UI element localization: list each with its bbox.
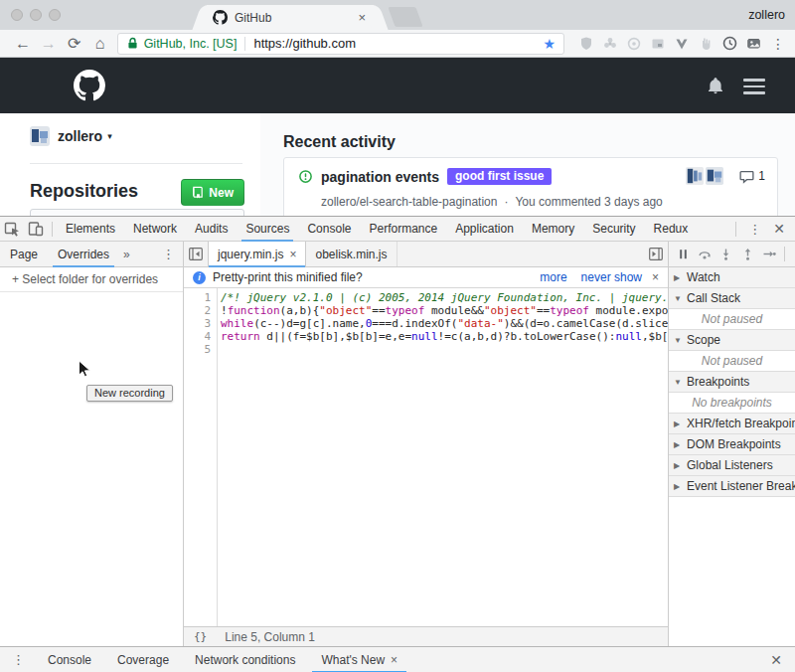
tab-overrides[interactable]: Overrides bbox=[48, 242, 119, 266]
tab-audits[interactable]: Audits bbox=[186, 217, 237, 241]
drawer-tab-network-conditions[interactable]: Network conditions bbox=[182, 647, 308, 672]
section-call-stack[interactable]: ▼Call Stack bbox=[669, 288, 795, 309]
issue-title-link[interactable]: pagination events bbox=[321, 169, 439, 185]
new-repository-button[interactable]: New bbox=[181, 179, 244, 206]
toggle-navigator-icon[interactable] bbox=[184, 242, 208, 266]
navigator-menu-icon[interactable]: ⋮ bbox=[154, 247, 183, 261]
drawer-tab-whats-new[interactable]: What's New × bbox=[308, 647, 410, 672]
repo-search-input[interactable] bbox=[30, 209, 244, 216]
pretty-print-braces-button[interactable]: {} bbox=[194, 630, 207, 643]
tab-console[interactable]: Console bbox=[298, 217, 360, 241]
browser-tab-github[interactable]: GitHub × bbox=[207, 5, 374, 30]
issue-label-badge[interactable]: good first issue bbox=[447, 168, 552, 185]
drawer-menu-icon[interactable]: ⋮ bbox=[0, 652, 35, 667]
tab-memory[interactable]: Memory bbox=[523, 217, 583, 241]
extension-flower-icon[interactable] bbox=[602, 36, 618, 52]
extension-image-icon[interactable] bbox=[745, 36, 761, 52]
infobar-never-show-link[interactable]: never show bbox=[581, 270, 642, 284]
forward-icon: → bbox=[36, 35, 62, 53]
infobar-more-link[interactable]: more bbox=[540, 270, 566, 284]
participant-avatars[interactable] bbox=[686, 167, 723, 185]
toggle-debugger-sidebar-icon[interactable] bbox=[644, 242, 668, 266]
tab-elements[interactable]: Elements bbox=[57, 217, 124, 241]
section-label: Breakpoints bbox=[687, 375, 749, 389]
drawer-close-icon[interactable]: ✕ bbox=[770, 652, 795, 668]
extension-screenshot-icon[interactable] bbox=[650, 36, 666, 52]
url-text[interactable]: https://github.com bbox=[253, 36, 537, 51]
extension-camera-icon[interactable] bbox=[626, 36, 642, 52]
back-icon[interactable]: ← bbox=[10, 35, 36, 53]
ev-certificate-label[interactable]: GitHub, Inc. [US] bbox=[144, 37, 238, 51]
infobar-close-icon[interactable]: × bbox=[652, 270, 659, 284]
more-tabs-icon[interactable]: » bbox=[119, 248, 134, 261]
step-over-icon[interactable] bbox=[698, 248, 712, 260]
github-logo-icon[interactable] bbox=[74, 70, 105, 101]
devtools-close-icon[interactable]: ✕ bbox=[769, 221, 795, 237]
chevron-down-icon: ▾ bbox=[107, 131, 112, 141]
screenshot-root: GitHub × zollero ← → ⟳ ⌂ GitHub, Inc. [U… bbox=[0, 0, 795, 672]
disclosure-triangle-icon: ▶ bbox=[674, 440, 687, 449]
section-scope[interactable]: ▼Scope bbox=[669, 330, 795, 351]
pause-icon[interactable] bbox=[677, 248, 690, 260]
tooltip: New recording bbox=[86, 385, 173, 402]
notifications-bell-icon[interactable] bbox=[708, 78, 723, 94]
dashboard-sidebar: zollero ▾ Repositories New bbox=[0, 113, 260, 216]
code-lines: 1/*! jQuery v2.1.0 | (c) 2005, 2014 jQue… bbox=[184, 291, 668, 356]
debugger-toolbar bbox=[669, 242, 795, 267]
tab-redux[interactable]: Redux bbox=[645, 217, 698, 241]
extension-history-clock-icon[interactable] bbox=[721, 36, 737, 52]
github-dashboard: zollero ▾ Repositories New Recent activi… bbox=[0, 113, 795, 216]
drawer-tab-console[interactable]: Console bbox=[35, 647, 104, 672]
extension-shield-icon[interactable] bbox=[578, 36, 594, 52]
tab-sources[interactable]: Sources bbox=[237, 217, 298, 241]
extension-hand-icon[interactable] bbox=[698, 36, 714, 52]
home-icon[interactable]: ⌂ bbox=[87, 35, 113, 53]
reload-icon[interactable]: ⟳ bbox=[62, 34, 87, 53]
code-editor[interactable]: 1/*! jQuery v2.1.0 | (c) 2005, 2014 jQue… bbox=[184, 288, 668, 626]
browser-toolbar: ← → ⟳ ⌂ GitHub, Inc. [US] https://github… bbox=[0, 30, 795, 58]
file-tab-close-icon[interactable]: × bbox=[289, 248, 296, 261]
github-header bbox=[0, 58, 795, 113]
step-icon[interactable] bbox=[762, 248, 776, 260]
tab-network[interactable]: Network bbox=[124, 217, 186, 241]
step-into-icon[interactable] bbox=[719, 248, 732, 260]
select-overrides-folder-button[interactable]: + Select folder for overrides bbox=[0, 267, 183, 292]
disclosure-triangle-icon: ▶ bbox=[674, 420, 687, 428]
address-bar[interactable]: GitHub, Inc. [US] https://github.com ★ bbox=[117, 33, 564, 55]
file-tab-obelisk[interactable]: obelisk.min.js bbox=[306, 242, 397, 266]
window-close-button[interactable] bbox=[11, 9, 23, 21]
hamburger-menu-icon[interactable] bbox=[743, 79, 765, 98]
section-xhr-breakpoints[interactable]: ▶XHR/fetch Breakpoints bbox=[669, 414, 795, 434]
repo-path-link[interactable]: zollero/el-search-table-pagination bbox=[321, 195, 497, 209]
drawer-tab-close-icon[interactable]: × bbox=[391, 653, 398, 667]
tab-performance[interactable]: Performance bbox=[360, 217, 446, 241]
drawer-tab-coverage[interactable]: Coverage bbox=[104, 647, 182, 672]
bookmark-star-icon[interactable]: ★ bbox=[543, 36, 556, 52]
tab-close-icon[interactable]: × bbox=[358, 10, 366, 25]
section-global-listeners[interactable]: ▶Global Listeners bbox=[669, 455, 795, 476]
user-switcher[interactable]: zollero ▾ bbox=[30, 126, 112, 146]
window-zoom-button[interactable] bbox=[49, 9, 61, 21]
window-minimize-button[interactable] bbox=[30, 9, 42, 21]
step-out-icon[interactable] bbox=[741, 248, 754, 260]
section-breakpoints[interactable]: ▼Breakpoints bbox=[669, 372, 795, 393]
new-tab-button[interactable] bbox=[388, 7, 422, 27]
section-watch[interactable]: ▶Watch bbox=[669, 267, 795, 288]
comment-count[interactable]: 1 bbox=[739, 169, 765, 184]
file-tab-jquery[interactable]: jquery.min.js × bbox=[208, 242, 306, 266]
tab-security[interactable]: Security bbox=[583, 217, 644, 241]
extension-vue-devtools-icon[interactable] bbox=[674, 36, 690, 52]
inspect-element-icon[interactable] bbox=[0, 217, 24, 241]
drawer-tab-label: What's New bbox=[321, 653, 385, 667]
profile-name[interactable]: zollero bbox=[748, 8, 785, 22]
tab-title: GitHub bbox=[235, 11, 358, 25]
browser-menu-icon[interactable]: ⋮ bbox=[771, 36, 785, 52]
section-label: XHR/fetch Breakpoints bbox=[687, 417, 795, 430]
section-label: Global Listeners bbox=[687, 458, 773, 472]
device-toolbar-icon[interactable] bbox=[24, 217, 48, 241]
section-dom-breakpoints[interactable]: ▶DOM Breakpoints bbox=[669, 434, 795, 455]
tab-page[interactable]: Page bbox=[0, 242, 48, 266]
tab-application[interactable]: Application bbox=[446, 217, 523, 241]
section-event-listener-breakpoints[interactable]: ▶Event Listener Breakpoints bbox=[669, 476, 795, 497]
devtools-menu-icon[interactable]: ⋮ bbox=[740, 222, 769, 237]
